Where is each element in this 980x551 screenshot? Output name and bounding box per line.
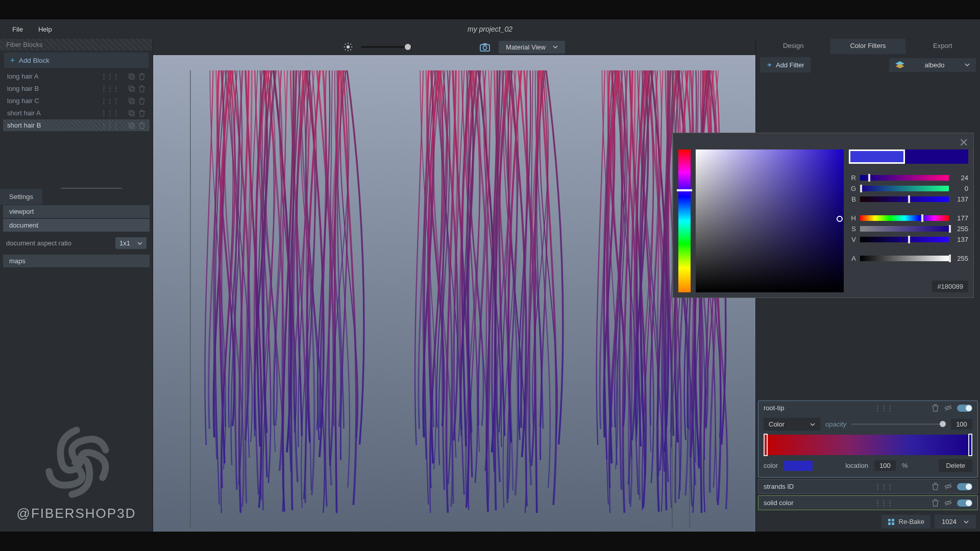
v-value: 137 [953, 236, 968, 243]
stop-color-swatch[interactable] [784, 461, 813, 471]
drag-handle-icon[interactable]: ⋮⋮⋮ [874, 483, 893, 490]
filter-toggle[interactable] [957, 483, 972, 490]
stop-location-input[interactable]: 100 [874, 460, 896, 471]
hue-slider[interactable] [678, 149, 691, 292]
s-slider[interactable] [860, 226, 949, 232]
block-item[interactable]: long hair B ⋮⋮⋮ [3, 83, 150, 94]
drag-handle-icon[interactable]: ⋮⋮⋮ [101, 85, 119, 92]
tab-export[interactable]: Export [905, 39, 980, 54]
trash-icon[interactable] [932, 404, 939, 412]
menu-file[interactable]: File [5, 22, 30, 36]
trash-icon[interactable] [932, 483, 939, 490]
aspect-ratio-select[interactable]: 1x1 [115, 237, 146, 249]
hide-icon[interactable] [944, 404, 952, 412]
g-label: G [849, 185, 856, 192]
view-mode-select[interactable]: Material View [499, 41, 565, 54]
b-slider[interactable] [860, 196, 949, 202]
h-slider[interactable] [860, 215, 949, 221]
tab-color-filters[interactable]: Color Filters [830, 39, 905, 54]
left-panel: Fiber Blocks ＋ Add Block long hair A ⋮⋮⋮… [0, 39, 153, 532]
view-mode-value: Material View [506, 43, 546, 51]
rebake-label: Re-Bake [899, 518, 925, 525]
hex-input[interactable]: #180089 [932, 281, 968, 292]
svg-line-15 [345, 44, 346, 45]
chevron-down-icon [137, 241, 142, 246]
a-slider[interactable] [860, 256, 949, 261]
channel-value: albedo [924, 61, 944, 69]
trash-icon[interactable] [138, 110, 145, 117]
drag-handle-icon[interactable]: ⋮⋮⋮ [874, 404, 893, 412]
trash-icon[interactable] [138, 122, 145, 129]
svg-rect-27 [888, 522, 891, 525]
filter-toggle[interactable] [957, 499, 972, 507]
duplicate-icon[interactable] [128, 110, 135, 117]
hide-icon[interactable] [944, 499, 952, 507]
viewport-3d[interactable] [153, 55, 755, 532]
svg-line-22 [945, 405, 951, 411]
block-item[interactable]: short hair A ⋮⋮⋮ [3, 107, 150, 119]
hide-icon[interactable] [944, 483, 952, 490]
light-intensity-slider[interactable] [361, 46, 412, 48]
drag-handle-icon[interactable]: ⋮⋮⋮ [101, 121, 119, 129]
color-swatch [849, 149, 968, 164]
drag-handle-icon[interactable]: ⋮⋮⋮ [874, 499, 893, 507]
gradient-editor[interactable] [764, 435, 972, 455]
add-block-button[interactable]: ＋ Add Block [4, 53, 149, 68]
duplicate-icon[interactable] [128, 85, 135, 92]
svg-rect-25 [888, 519, 891, 521]
filter-title: root-tip [764, 404, 870, 412]
r-slider[interactable] [860, 175, 949, 181]
block-item[interactable]: long hair C ⋮⋮⋮ [3, 95, 150, 107]
add-block-label: Add Block [19, 57, 50, 64]
filter-title: solid color [764, 499, 870, 507]
document-title: my project_02 [468, 25, 512, 33]
opacity-value[interactable]: 100 [951, 419, 972, 430]
filter-toggle[interactable] [957, 405, 972, 412]
block-item[interactable]: short hair B ⋮⋮⋮ [3, 119, 150, 131]
svg-rect-8 [129, 122, 133, 127]
g-slider[interactable] [860, 186, 949, 191]
drag-handle-icon[interactable]: ⋮⋮⋮ [101, 72, 119, 80]
svg-rect-21 [483, 43, 486, 45]
trash-icon[interactable] [138, 97, 145, 105]
add-filter-button[interactable]: ＋ Add Filter [760, 57, 811, 72]
menu-help[interactable]: Help [31, 22, 59, 36]
blend-mode-select[interactable]: Color [764, 418, 820, 431]
r-label: R [849, 174, 856, 182]
close-icon[interactable]: ✕ [959, 136, 968, 149]
drag-handle-icon[interactable]: ⋮⋮⋮ [101, 109, 119, 117]
filter-strands-id: strands ID ⋮⋮⋮ [758, 479, 978, 494]
stop-color-label: color [764, 462, 778, 469]
logo-text: @FIBERSHOP3D [17, 506, 136, 521]
tab-design[interactable]: Design [756, 39, 830, 54]
delete-stop-button[interactable]: Delete [939, 459, 972, 472]
trash-icon[interactable] [138, 73, 145, 80]
v-slider[interactable] [860, 237, 949, 242]
trash-icon[interactable] [932, 499, 939, 507]
stop-location-label: location [845, 462, 868, 469]
section-document[interactable]: document [3, 219, 150, 232]
section-viewport[interactable]: viewport [3, 205, 150, 218]
channel-select[interactable]: albedo [889, 58, 976, 72]
percent-label: % [902, 462, 908, 469]
opacity-slider[interactable] [851, 423, 946, 425]
sv-picker[interactable] [696, 149, 844, 292]
blend-mode-value: Color [769, 420, 785, 428]
duplicate-icon[interactable] [128, 97, 135, 105]
block-item[interactable]: long hair A ⋮⋮⋮ [3, 70, 150, 82]
menubar: File Help my project_02 [0, 19, 980, 39]
fiber-blocks-header: Fiber Blocks [0, 39, 153, 51]
duplicate-icon[interactable] [128, 73, 135, 80]
drag-handle-icon[interactable]: ⋮⋮⋮ [101, 97, 119, 105]
svg-rect-5 [130, 99, 134, 104]
duplicate-icon[interactable] [128, 122, 135, 129]
rebake-button[interactable]: Re-Bake [881, 515, 931, 529]
resolution-select[interactable]: 1024 [935, 515, 976, 529]
svg-rect-6 [129, 110, 133, 114]
section-maps[interactable]: maps [3, 255, 150, 267]
svg-rect-3 [130, 87, 134, 91]
settings-tab[interactable]: Settings [0, 189, 42, 205]
trash-icon[interactable] [138, 85, 145, 92]
h-label: H [849, 214, 856, 222]
camera-icon[interactable] [479, 42, 491, 52]
